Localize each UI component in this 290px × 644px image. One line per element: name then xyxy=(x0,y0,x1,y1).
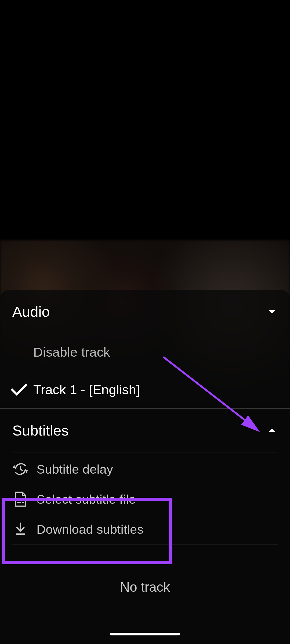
audio-section-title: Audio xyxy=(12,303,50,320)
select-subtitle-file-row[interactable]: Select subtitle file xyxy=(0,484,290,514)
audio-section-header[interactable]: Audio xyxy=(0,290,290,333)
audio-disable-label: Disable track xyxy=(33,345,110,360)
svg-rect-0 xyxy=(17,502,21,503)
chevron-down-icon xyxy=(268,309,276,314)
download-subtitles-row[interactable]: Download subtitles xyxy=(0,514,290,544)
subtitles-section-title: Subtitles xyxy=(12,422,69,439)
sync-icon xyxy=(4,462,37,476)
audio-disable-row[interactable]: Disable track xyxy=(0,333,290,371)
subtitle-delay-label: Subtitle delay xyxy=(37,462,113,477)
audio-track-row[interactable]: Track 1 - [English] xyxy=(0,371,290,408)
download-icon xyxy=(4,522,37,536)
tracks-sheet: Audio Disable track Track 1 - [English] … xyxy=(0,290,290,644)
svg-rect-1 xyxy=(22,502,24,503)
select-subtitle-file-label: Select subtitle file xyxy=(37,492,136,507)
home-indicator xyxy=(110,633,180,635)
file-subtitle-icon xyxy=(4,492,37,507)
audio-track-label: Track 1 - [English] xyxy=(33,382,140,397)
subtitles-section-header[interactable]: Subtitles xyxy=(0,409,290,452)
svg-rect-2 xyxy=(16,533,25,535)
subtitles-options: Subtitle delay Select subtitle file xyxy=(0,452,290,544)
download-subtitles-label: Download subtitles xyxy=(37,522,143,537)
check-icon xyxy=(11,383,33,396)
subtitle-delay-row[interactable]: Subtitle delay xyxy=(0,454,290,484)
chevron-up-icon xyxy=(268,428,276,433)
options-bottom-divider xyxy=(12,544,278,544)
no-subtitle-track-label: No track xyxy=(0,579,290,595)
